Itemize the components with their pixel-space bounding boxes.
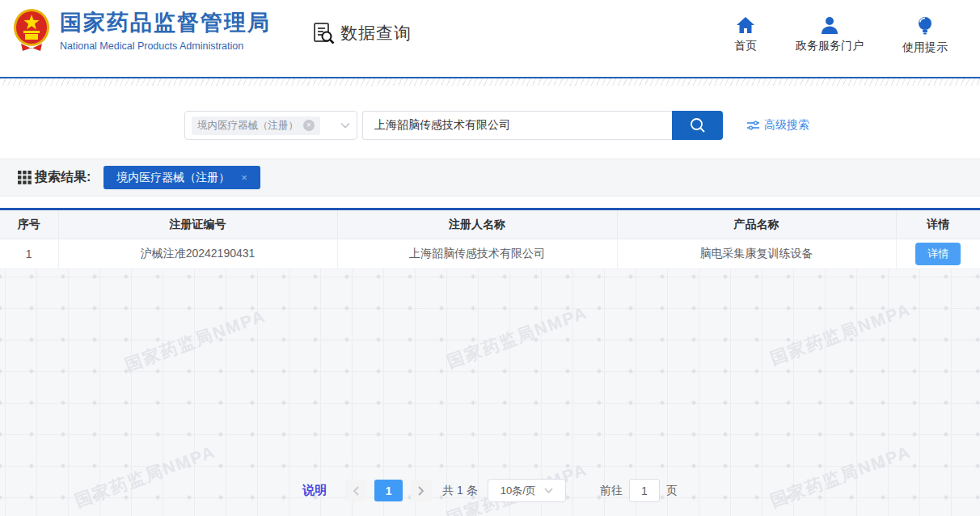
col-header-registrant: 注册人名称	[337, 209, 617, 239]
prev-page-button[interactable]	[345, 480, 366, 501]
filter-tag-label: 境内医疗器械（注册）	[116, 171, 230, 185]
col-header-product: 产品名称	[617, 209, 896, 239]
home-icon	[736, 16, 755, 34]
top-nav: 首页 政务服务门户 使用提示	[734, 16, 948, 55]
nav-tips-label: 使用提示	[902, 40, 948, 55]
search-button[interactable]	[672, 111, 723, 140]
result-filter-tag[interactable]: 境内医疗器械（注册） ×	[103, 166, 260, 189]
cell-registrant: 上海韶脑传感技术有限公司	[337, 239, 617, 269]
table-header-row: 序号 注册证编号 注册人名称 产品名称 详情	[0, 209, 980, 239]
filter-sliders-icon	[747, 120, 759, 131]
nav-tips[interactable]: 使用提示	[902, 16, 948, 55]
org-name-zh: 国家药品监督管理局	[60, 8, 271, 37]
page-size-value: 10条/页	[501, 484, 536, 498]
nav-portal-label: 政务服务门户	[796, 39, 864, 53]
data-query-title: 数据查询	[311, 21, 412, 45]
goto-suffix-label: 页	[666, 484, 678, 498]
category-tag: 境内医疗器械（注册） ×	[192, 116, 320, 135]
chevron-left-icon	[352, 486, 360, 496]
search-input[interactable]	[362, 111, 672, 140]
goto-page: 前往 页	[600, 479, 678, 502]
content-area: 国家药监局NMPA 国家药监局NMPA 国家药监局NMPA 国家药监局NMPA …	[0, 208, 980, 516]
filter-tag-close-icon[interactable]: ×	[241, 171, 247, 184]
cell-index: 1	[0, 239, 58, 269]
pagination: 说明 1 共 1 条 10条/页 前往 页	[0, 479, 980, 502]
nmpa-logo[interactable]: 国家药品监督管理局 National Medical Products Admi…	[13, 8, 271, 52]
chevron-right-icon	[417, 486, 425, 496]
results-label-text: 搜索结果:	[35, 169, 91, 186]
page-size-select[interactable]: 10条/页	[488, 479, 566, 502]
watermark-text: 国家药监局NMPA	[122, 305, 269, 377]
cell-product: 脑电采集康复训练设备	[617, 239, 896, 269]
watermark-text: 国家药监局NMPA	[444, 302, 591, 374]
category-select[interactable]: 境内医疗器械（注册） ×	[184, 111, 357, 140]
app-title-text: 数据查询	[340, 22, 412, 44]
goto-prefix-label: 前往	[600, 484, 623, 498]
category-tag-close-icon[interactable]: ×	[303, 120, 315, 131]
search-icon	[689, 116, 707, 134]
advanced-search-label: 高级搜索	[764, 118, 809, 133]
col-header-cert-no: 注册证编号	[58, 209, 337, 239]
col-header-index: 序号	[0, 209, 58, 239]
col-header-detail: 详情	[896, 209, 980, 239]
results-table: 序号 注册证编号 注册人名称 产品名称 详情 1 沪械注准20242190431…	[0, 208, 980, 269]
header-divider-hatch	[0, 78, 980, 86]
document-search-icon	[311, 21, 336, 45]
watermark-text: 国家药监局NMPA	[767, 298, 915, 370]
category-tag-label: 境内医疗器械（注册）	[197, 119, 298, 133]
chevron-down-icon	[340, 120, 350, 131]
national-emblem-icon	[13, 8, 50, 52]
nav-home[interactable]: 首页	[734, 16, 757, 55]
bulb-icon	[916, 16, 934, 36]
results-bar: 搜索结果: 境内医疗器械（注册） ×	[0, 159, 980, 197]
results-label: 搜索结果:	[18, 169, 91, 186]
total-count-label: 共 1 条	[442, 484, 478, 498]
advanced-search-link[interactable]: 高级搜索	[747, 118, 809, 133]
goto-page-input[interactable]	[629, 479, 660, 502]
cell-cert-no: 沪械注准20242190431	[58, 239, 337, 269]
detail-button[interactable]: 详情	[915, 243, 961, 265]
nav-portal[interactable]: 政务服务门户	[796, 16, 864, 55]
next-page-button[interactable]	[411, 480, 432, 501]
user-icon	[820, 16, 839, 34]
page-header: 国家药品监督管理局 National Medical Products Admi…	[0, 0, 980, 77]
note-link[interactable]: 说明	[302, 483, 327, 498]
page-1-button[interactable]: 1	[374, 480, 403, 501]
org-name-en: National Medical Products Administration	[60, 40, 271, 52]
table-row: 1 沪械注准20242190431 上海韶脑传感技术有限公司 脑电采集康复训练设…	[0, 239, 980, 269]
search-section: 境内医疗器械（注册） × 高级搜索	[0, 86, 980, 159]
grid-icon	[18, 171, 32, 184]
chevron-down-icon	[544, 488, 553, 493]
nav-home-label: 首页	[734, 39, 757, 53]
